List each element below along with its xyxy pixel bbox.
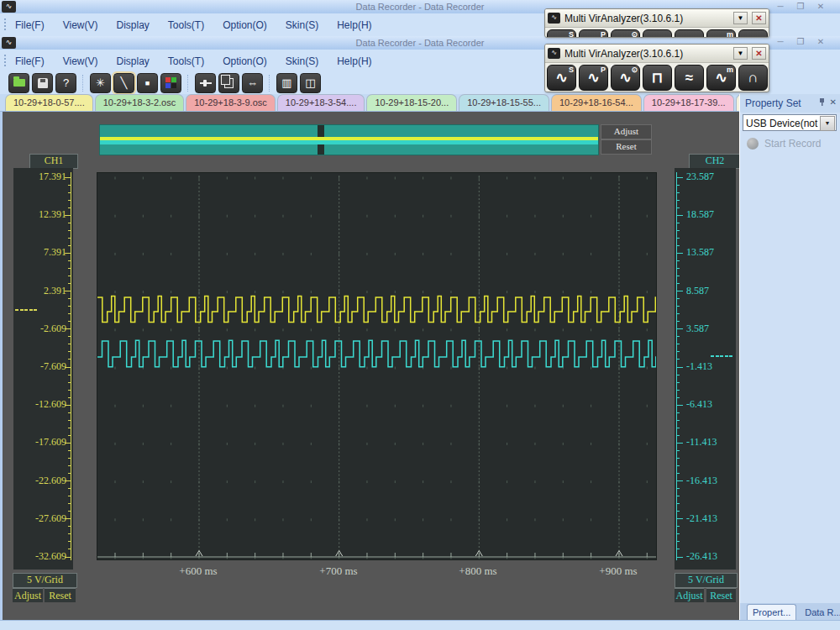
analyzer-dropdown-button[interactable]: ▼ bbox=[733, 12, 748, 24]
analyzer-titlebar[interactable]: ∿Multi VirAnalyzer(3.10.6.1)▼✕ bbox=[545, 45, 769, 63]
analyzer-pulse-button[interactable]: ∩ bbox=[738, 29, 768, 38]
ch2-vgrid-label: 5 V/Grid bbox=[675, 573, 738, 588]
property-panel-title: Property Set bbox=[745, 97, 801, 109]
overview-reset-button[interactable]: Reset bbox=[601, 139, 652, 155]
waveform-svg bbox=[97, 173, 656, 559]
menu-item-file[interactable]: File(F) bbox=[15, 55, 45, 67]
menu-item-skin[interactable]: Skin(S) bbox=[286, 55, 318, 67]
property-tab[interactable]: Propert... bbox=[747, 604, 796, 620]
menu-item-help[interactable]: Help(H) bbox=[337, 19, 371, 31]
ch1-zero-marker bbox=[29, 309, 33, 311]
ch2-axis: 23.58718.58713.5878.5873.587-1.413-6.413… bbox=[675, 168, 736, 570]
menu-item-display[interactable]: Display bbox=[116, 55, 149, 67]
minimize-button[interactable]: ─ bbox=[774, 37, 786, 46]
menu-item-skin[interactable]: Skin(S) bbox=[286, 19, 318, 31]
ch1-zero-marker bbox=[20, 309, 24, 311]
file-tab-1[interactable]: 10-29+18-3-2.osc bbox=[95, 94, 185, 111]
property-panel-close-icon[interactable]: ✕ bbox=[830, 97, 837, 107]
ch2-zero-marker bbox=[711, 355, 714, 357]
signal-adjust-button[interactable] bbox=[195, 73, 216, 93]
analyzer-power-button[interactable]: ∿P bbox=[579, 29, 608, 38]
file-tab-3[interactable]: 10-29+18-3-54.... bbox=[277, 94, 365, 111]
ch2-axis-label: -6.413 bbox=[686, 399, 712, 410]
analyzer-square-wave-button[interactable]: ⊓ bbox=[643, 29, 672, 38]
menu-item-display[interactable]: Display bbox=[116, 19, 149, 31]
ch1-axis-label: -22.609 bbox=[35, 475, 66, 486]
analyzer-scope-button[interactable]: ∿⊙ bbox=[611, 65, 640, 91]
menu-item-option[interactable]: Option(O) bbox=[223, 19, 267, 31]
analyzer-close-button[interactable]: ✕ bbox=[752, 47, 766, 60]
analyzer-dropdown-button[interactable]: ▼ bbox=[733, 47, 748, 60]
ch1-axis-label: -12.609 bbox=[35, 399, 66, 410]
analyzer-pulse-button[interactable]: ∩ bbox=[738, 65, 768, 91]
analyzer-titlebar[interactable]: ∿Multi VirAnalyzer(3.10.6.1)▼✕ bbox=[545, 9, 769, 28]
swap-button[interactable]: ⇔ bbox=[242, 73, 263, 93]
save-button[interactable] bbox=[32, 73, 53, 93]
pages-button[interactable] bbox=[218, 73, 239, 93]
analyzer-dual-wave-button[interactable]: ≈ bbox=[675, 29, 704, 38]
close-button[interactable]: ✕ bbox=[815, 2, 827, 11]
analyzer-scope-button[interactable]: ∿⊙ bbox=[611, 29, 640, 38]
file-tab-0[interactable]: 10-29+18-0-57.... bbox=[5, 94, 93, 111]
analyzer-window-2[interactable]: ∿Multi VirAnalyzer(3.10.6.1)▼✕∿S∿P∿⊙⊓≈∿m… bbox=[544, 44, 769, 92]
columns-button[interactable]: ▥ bbox=[276, 73, 297, 93]
data-recorder-tab[interactable]: Data R... bbox=[800, 605, 840, 620]
stop-button[interactable]: ■ bbox=[137, 73, 158, 93]
overview-bar[interactable] bbox=[99, 124, 599, 155]
ch1-adjust-button[interactable]: Adjust bbox=[13, 588, 43, 602]
ch1-axis-label: 12.391 bbox=[39, 209, 66, 220]
menu-item-help[interactable]: Help(H) bbox=[337, 55, 371, 67]
pin-icon[interactable] bbox=[817, 97, 826, 107]
columns-time-button[interactable]: ◫ bbox=[300, 73, 321, 93]
line-style-button[interactable]: ╲ bbox=[113, 73, 134, 93]
display-color-button[interactable] bbox=[160, 73, 181, 93]
device-select[interactable]: USB Device(not c ▼ bbox=[743, 114, 837, 131]
analyzer-spectrum-button[interactable]: ∿S bbox=[547, 29, 576, 38]
analyzer-spectrum-button[interactable]: ∿S bbox=[547, 65, 576, 91]
ch1-vgrid-label: 5 V/Grid bbox=[13, 573, 77, 588]
menu-item-view[interactable]: View(V) bbox=[63, 19, 98, 31]
open-file-button[interactable] bbox=[8, 73, 29, 93]
close-button[interactable]: ✕ bbox=[815, 37, 827, 46]
menu-item-tools[interactable]: Tools(T) bbox=[168, 19, 204, 31]
start-record-button[interactable]: Start Record bbox=[747, 138, 821, 150]
menu-item-option[interactable]: Option(O) bbox=[223, 55, 267, 67]
ch1-axis-label: -17.609 bbox=[35, 437, 66, 448]
maximize-button[interactable]: ❐ bbox=[795, 37, 806, 46]
scope-panel: Adjust Reset CH1 CH2 17.39112.3917.3912.… bbox=[0, 112, 739, 620]
file-tab-7[interactable]: 10-29+18-17-39... bbox=[643, 94, 734, 111]
property-panel-tabs: Propert...Data R... bbox=[740, 603, 840, 620]
menu-item-tools[interactable]: Tools(T) bbox=[168, 55, 204, 67]
analyzer-dual-wave-button[interactable]: ≈ bbox=[675, 65, 704, 91]
menu-item-file[interactable]: File(F) bbox=[15, 19, 45, 31]
x-axis-label: +800 ms bbox=[444, 564, 512, 578]
overview-adjust-button[interactable]: Adjust bbox=[601, 124, 652, 139]
ch1-axis-label: -27.609 bbox=[35, 513, 66, 524]
ch1-reset-button[interactable]: Reset bbox=[45, 588, 76, 602]
reset-zoom-button[interactable]: ✳ bbox=[90, 73, 111, 93]
file-tab-2[interactable]: 10-29+18-3-9.osc bbox=[186, 94, 276, 111]
analyzer-power-button[interactable]: ∿P bbox=[579, 65, 608, 91]
file-tab-5[interactable]: 10-29+18-15-55... bbox=[459, 94, 549, 111]
analyzer-square-wave-button[interactable]: ⊓ bbox=[643, 65, 672, 91]
maximize-button[interactable]: ❐ bbox=[795, 2, 806, 11]
ch1-axis-label: -7.609 bbox=[40, 361, 66, 372]
analyzer-decay-wave-button[interactable]: ∿m bbox=[706, 65, 736, 91]
analyzer-close-button[interactable]: ✕ bbox=[752, 12, 766, 24]
analyzer-window[interactable]: ∿Multi VirAnalyzer(3.10.6.1)▼✕∿S∿P∿⊙⊓≈∿m… bbox=[544, 8, 769, 38]
app-icon: ∿ bbox=[2, 1, 16, 13]
minimize-button[interactable]: ─ bbox=[774, 2, 786, 11]
ch2-reset-button[interactable]: Reset bbox=[706, 588, 736, 602]
dropdown-arrow-icon[interactable]: ▼ bbox=[820, 116, 835, 131]
x-axis-label: +700 ms bbox=[305, 564, 372, 578]
ch2-axis-label: 23.587 bbox=[686, 171, 714, 182]
waveform-plot bbox=[97, 172, 657, 560]
ch2-adjust-button[interactable]: Adjust bbox=[675, 588, 704, 602]
analyzer-decay-wave-button[interactable]: ∿m bbox=[706, 29, 736, 38]
analyzer-title: Multi VirAnalyzer(3.10.6.1) bbox=[564, 13, 729, 24]
analyzer-title: Multi VirAnalyzer(3.10.6.1) bbox=[564, 48, 729, 60]
menu-item-view[interactable]: View(V) bbox=[63, 55, 98, 67]
help-button[interactable]: ? bbox=[55, 73, 76, 93]
file-tab-4[interactable]: 10-29+18-15-20... bbox=[366, 94, 457, 111]
file-tab-6[interactable]: 10-29+18-16-54... bbox=[551, 94, 642, 111]
